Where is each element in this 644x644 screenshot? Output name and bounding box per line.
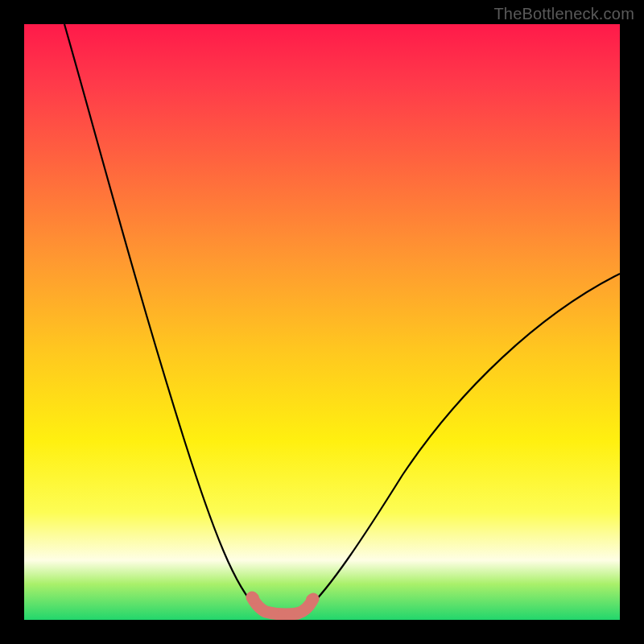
right-curve xyxy=(308,274,620,609)
curve-svg xyxy=(24,24,620,620)
trough-dot xyxy=(277,609,287,619)
trough-dot xyxy=(261,606,270,616)
attribution-text: TheBottleneck.com xyxy=(493,5,634,23)
trough-left-knob xyxy=(248,592,259,604)
chart-frame: TheBottleneck.com xyxy=(0,0,644,644)
trough-right-knob xyxy=(306,594,317,605)
plot-area xyxy=(24,24,620,620)
trough-dot xyxy=(293,607,303,617)
left-curve xyxy=(64,24,258,609)
